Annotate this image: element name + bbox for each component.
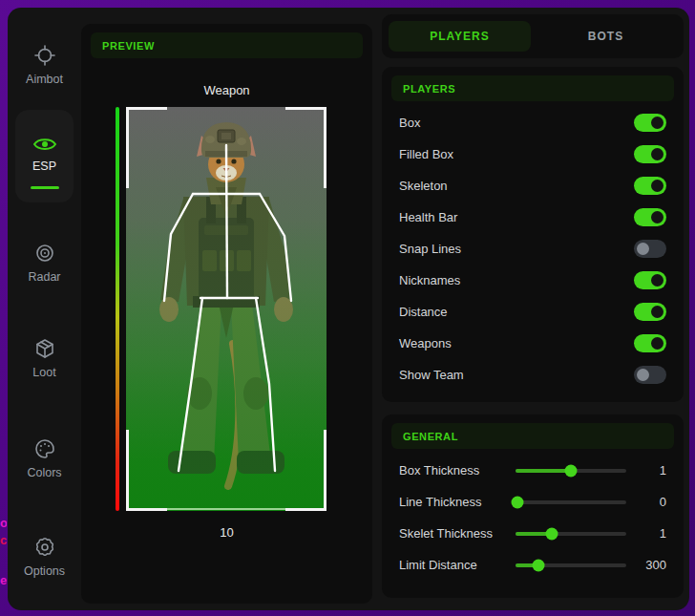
slider-row-line-thickness: Line Thickness 0 [391,486,674,518]
slider-knob[interactable] [546,527,558,540]
tab-players-label: PLAYERS [430,30,490,43]
sidebar-item-label: Radar [28,270,60,284]
toggle-knob [651,148,663,160]
toggle-knob [651,211,663,223]
limit-distance-slider[interactable] [516,563,626,567]
eye-icon [32,135,57,154]
general-settings-panel: GENERAL Box Thickness 1 Line Thickness [382,414,684,598]
esp-box-corner-top-right [285,107,326,188]
toggle-row-distance: Distance [391,296,674,328]
sidebar-item-colors[interactable]: Colors [15,437,74,479]
general-section-header: GENERAL [391,423,674,449]
toggle-row-health-bar: Health Bar [391,202,674,233]
toggle-row-box: Box [391,107,674,138]
toggle-label: Show Team [399,368,464,382]
esp-box-corner-bottom-left [126,430,167,511]
esp-distance-label: 10 [81,525,372,540]
players-settings-panel: PLAYERS Box Filled Box Skeleton Health B… [382,67,684,402]
toggle-label: Box [399,116,420,130]
background-artifact: o [0,516,7,530]
toggle-knob [651,306,663,318]
weapons-toggle[interactable] [634,334,666,352]
line-thickness-slider[interactable] [516,500,626,504]
toggle-knob [637,369,649,381]
slider-label: Limit Distance [399,558,516,572]
slider-knob[interactable] [533,559,545,571]
esp-box-corner-bottom-right [285,430,326,511]
toggle-row-nicknames: Nicknames [391,265,674,296]
slider-row-limit-distance: Limit Distance 300 [391,549,674,581]
box-thickness-slider[interactable] [516,469,626,473]
toggle-row-filled-box: Filled Box [391,138,674,170]
toggle-knob [651,117,663,129]
slider-label: Skelet Thickness [399,526,516,541]
nicknames-toggle[interactable] [634,271,666,289]
crosshair-icon [33,44,56,67]
toggle-row-snap-lines: Snap Lines [391,233,674,265]
sidebar-item-label: Options [24,564,65,578]
background-artifact: e [0,573,7,587]
tab-players[interactable]: PLAYERS [389,21,531,52]
toggle-label: Health Bar [399,210,457,224]
palette-icon [33,437,56,460]
esp-weapon-label: Weapon [81,83,372,97]
player-model-preview [126,107,326,511]
gear-icon [33,536,56,559]
slider-fill [516,469,571,473]
toggle-knob [651,180,663,192]
background-artifact: c [0,533,7,547]
cube-icon [33,337,56,360]
preview-header: PREVIEW [91,32,363,58]
toggle-knob [637,243,649,255]
players-section-header-label: PLAYERS [403,83,455,95]
distance-toggle[interactable] [634,303,666,321]
esp-box-corner-top-left [126,107,167,188]
toggle-label: Weapons [399,336,452,350]
target-tabs: PLAYERS BOTS [382,14,684,58]
toggle-label: Distance [399,305,448,319]
sidebar-item-options[interactable]: Options [15,536,74,578]
slider-knob[interactable] [565,464,578,477]
toggle-knob [651,337,663,350]
toggle-label: Snap Lines [399,242,461,256]
filled-box-toggle[interactable] [634,145,666,163]
slider-value: 300 [636,558,666,572]
health-bar-toggle[interactable] [634,208,666,226]
sidebar-item-aimbot[interactable]: Aimbot [15,44,74,86]
preview-panel: PREVIEW Weapon Player [81,24,372,604]
sidebar-item-radar[interactable]: Radar [15,242,74,284]
toggle-label: Skeleton [399,179,448,193]
preview-header-label: PREVIEW [102,40,155,52]
skeleton-toggle[interactable] [634,177,666,195]
slider-label: Line Thickness [399,495,516,509]
slider-knob[interactable] [512,496,524,508]
tab-bots[interactable]: BOTS [535,21,677,52]
players-section-header: PLAYERS [391,75,674,101]
toggle-row-weapons: Weapons [391,328,674,359]
sidebar-item-label: Colors [27,466,61,479]
slider-row-skelet-thickness: Skelet Thickness 1 [391,518,674,549]
slider-label: Box Thickness [399,463,516,478]
esp-health-bar [116,107,119,511]
snap-lines-toggle[interactable] [634,240,666,258]
cheat-menu-window: Aimbot ESP [8,8,689,610]
show-team-toggle[interactable] [634,366,666,384]
toggle-row-show-team: Show Team [391,359,674,391]
slider-value: 1 [636,526,666,541]
toggle-knob [651,274,663,287]
general-section-header-label: GENERAL [403,431,458,442]
skelet-thickness-slider[interactable] [516,532,626,536]
slider-value: 0 [636,495,666,509]
sidebar-item-loot[interactable]: Loot [15,337,74,379]
sidebar: Aimbot ESP [8,8,81,610]
toggle-label: Filled Box [399,147,453,161]
sidebar-item-label: Loot [32,366,55,379]
active-indicator [31,186,59,189]
box-toggle[interactable] [634,114,666,132]
sidebar-item-label: ESP [32,159,56,173]
toggle-row-skeleton: Skeleton [391,170,674,202]
toggle-label: Nicknames [399,273,460,287]
sidebar-item-label: Aimbot [26,73,63,86]
sidebar-item-esp[interactable]: ESP [15,110,74,202]
screen: o c e Aimbot [0,0,695,616]
